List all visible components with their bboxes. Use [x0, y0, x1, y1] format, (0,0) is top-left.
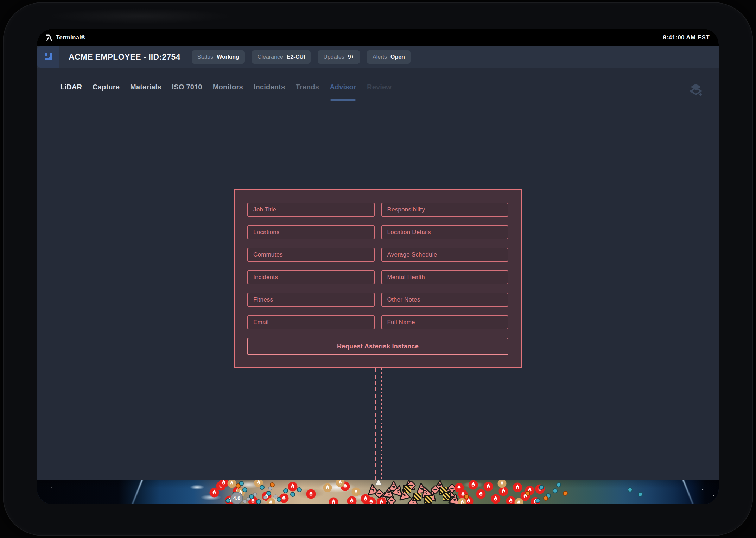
field-location-details[interactable]: Location Details — [381, 225, 509, 239]
tab-incidents[interactable]: Incidents — [254, 83, 285, 91]
badge-label: Updates — [323, 54, 344, 60]
field-full-name[interactable]: Full Name — [381, 315, 509, 329]
sensor-dot[interactable] — [297, 487, 302, 492]
fire-marker[interactable] — [347, 496, 357, 504]
tab-materials[interactable]: Materials — [130, 83, 161, 91]
tab-monitors[interactable]: Monitors — [213, 83, 243, 91]
badge-label: Status — [197, 54, 213, 60]
field-locations[interactable]: Locations — [247, 225, 375, 239]
alert-dot[interactable] — [236, 483, 241, 488]
badge-label: Alerts — [373, 54, 387, 60]
fire-marker[interactable] — [483, 482, 493, 492]
fire-marker[interactable] — [329, 497, 338, 504]
field-other-notes[interactable]: Other Notes — [381, 293, 509, 307]
controlled-burn-marker[interactable] — [323, 483, 332, 492]
alert-dot[interactable] — [543, 496, 548, 501]
station-dot[interactable] — [268, 487, 272, 490]
field-commutes[interactable]: Commutes — [247, 248, 375, 262]
fire-marker[interactable] — [376, 498, 386, 504]
status-badge[interactable]: Status Working — [192, 50, 245, 64]
main-content: LiDAR Capture Materials ISO 7010 Monitor… — [37, 68, 719, 504]
controlled-burn-marker[interactable] — [515, 498, 523, 504]
sensor-dot[interactable] — [225, 498, 230, 503]
sensor-dot[interactable] — [290, 492, 295, 497]
alert-dot[interactable] — [563, 491, 568, 496]
field-incidents[interactable]: Incidents — [247, 270, 375, 284]
clearance-badge[interactable]: Clearance E2-CUI — [252, 50, 311, 64]
hazard-diamond-marker[interactable] — [374, 488, 385, 499]
controlled-burn-marker[interactable] — [497, 480, 506, 488]
quake-magnitude-badge[interactable]: 4.0 — [230, 492, 243, 504]
fire-marker[interactable] — [506, 496, 515, 504]
sensor-dot[interactable] — [628, 487, 633, 492]
tab-iso-7010[interactable]: ISO 7010 — [172, 83, 202, 91]
field-responsibility[interactable]: Responsibility — [381, 203, 509, 217]
clock: 9:41:00 AM EST — [663, 34, 710, 41]
fire-marker[interactable] — [219, 480, 229, 488]
tab-capture[interactable]: Capture — [93, 83, 120, 91]
app-logo[interactable] — [37, 46, 59, 68]
station-dot[interactable] — [246, 497, 250, 501]
tab-bar: LiDAR Capture Materials ISO 7010 Monitor… — [37, 68, 719, 91]
badge-group: Status Working Clearance E2-CUI Updates … — [192, 50, 411, 64]
caution-stripe-marker[interactable] — [403, 485, 411, 493]
alert-dot[interactable] — [525, 491, 530, 496]
tab-advisor[interactable]: Advisor — [330, 83, 356, 91]
badge-value: E2-CUI — [287, 54, 305, 60]
star — [51, 487, 52, 488]
sensor-dot[interactable] — [283, 488, 288, 493]
tab-lidar[interactable]: LiDAR — [60, 83, 82, 91]
layers-add-icon[interactable] — [688, 82, 704, 97]
controlled-burn-marker[interactable] — [266, 498, 275, 504]
station-dot[interactable] — [263, 495, 267, 499]
fire-marker[interactable] — [366, 497, 376, 504]
sensor-dot[interactable] — [539, 485, 544, 490]
caution-stripe-marker[interactable] — [443, 492, 451, 501]
sensor-dot[interactable] — [638, 492, 643, 497]
fire-marker[interactable] — [288, 482, 297, 492]
controlled-burn-marker[interactable] — [228, 480, 236, 488]
sensor-dot[interactable] — [256, 499, 261, 504]
earth-limb-left — [130, 480, 145, 504]
field-mental-health[interactable]: Mental Health — [381, 270, 509, 284]
brand: Terminal® — [45, 34, 85, 42]
earth-limb-right — [680, 480, 695, 504]
sensor-dot[interactable] — [266, 491, 271, 496]
sensor-dot[interactable] — [277, 497, 281, 502]
alert-dot[interactable] — [464, 494, 469, 499]
caution-stripe-marker[interactable] — [413, 493, 421, 501]
fire-marker[interactable] — [306, 489, 316, 499]
app-logo-icon — [42, 50, 54, 64]
caution-stripe-marker[interactable] — [424, 495, 432, 504]
updates-badge[interactable]: Updates 9+ — [318, 50, 360, 64]
station-dot[interactable] — [253, 493, 257, 496]
screen: Terminal® 9:41:00 AM EST ACME EMPLOYEE -… — [37, 29, 719, 504]
field-email[interactable]: Email — [247, 315, 375, 329]
sensor-dot[interactable] — [260, 485, 265, 490]
sensor-dot[interactable] — [535, 498, 540, 503]
hazard-diamond-marker[interactable] — [386, 495, 397, 504]
sensor-dot[interactable] — [556, 482, 561, 487]
sensor-dot[interactable] — [553, 488, 558, 493]
badge-label: Clearance — [258, 54, 283, 60]
connector-dashed-left — [375, 368, 376, 480]
tab-trends[interactable]: Trends — [296, 83, 319, 91]
fire-marker[interactable] — [498, 486, 508, 496]
station-dot[interactable] — [243, 499, 247, 503]
tab-review[interactable]: Review — [367, 83, 392, 91]
field-average-schedule[interactable]: Average Schedule — [381, 248, 509, 262]
request-asterisk-button[interactable]: Request Asterisk Instance — [247, 338, 508, 355]
sensor-dot[interactable] — [242, 487, 247, 492]
fire-marker[interactable] — [469, 480, 478, 489]
fire-marker[interactable] — [491, 494, 501, 504]
badge-value: 9+ — [348, 54, 354, 60]
fire-marker[interactable] — [513, 482, 522, 492]
controlled-burn-marker[interactable] — [336, 480, 345, 487]
advisor-panel: Job Title Responsibility Locations Locat… — [234, 189, 522, 368]
map-strip[interactable]: 4.0 — [37, 480, 719, 504]
field-fitness[interactable]: Fitness — [247, 293, 375, 307]
alerts-badge[interactable]: Alerts Open — [367, 50, 411, 64]
field-job-title[interactable]: Job Title — [247, 203, 375, 217]
controlled-burn-marker[interactable] — [351, 487, 360, 496]
station-dot[interactable] — [274, 494, 278, 498]
